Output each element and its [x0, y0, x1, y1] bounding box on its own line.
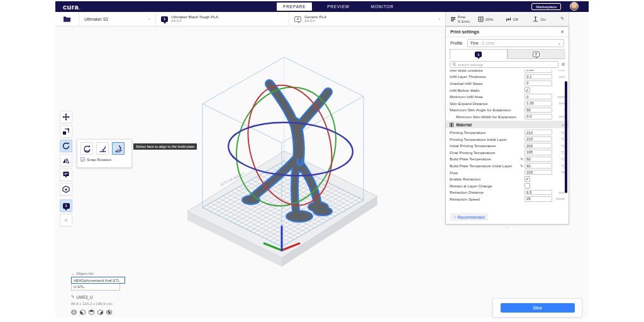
tab-prepare[interactable]: PREPARE [277, 3, 312, 11]
setting-value-input[interactable]: 90 [525, 108, 552, 113]
extruder-select-button[interactable]: 1 [60, 199, 72, 212]
setting-row[interactable]: Build Plate Temperature ✎ 60 °C [446, 156, 569, 163]
setting-row[interactable]: Infill Layer Thickness 0.1 mm [446, 74, 569, 80]
settings-list[interactable]: Infill Wipe Distance 0.04 mm Infill Laye… [446, 70, 569, 207]
user-avatar[interactable] [570, 2, 579, 11]
setting-value-input[interactable]: 210 [525, 136, 552, 142]
view-3d-button[interactable] [71, 309, 77, 315]
move-tool-button[interactable] [60, 111, 72, 123]
setting-row[interactable]: Retraction Distance 6.5 mm [446, 189, 569, 196]
setting-value-input[interactable]: 0 [525, 94, 552, 99]
summary-infill-label: 20% [486, 17, 493, 21]
material-section-header[interactable]: Material ⌄ [446, 121, 569, 129]
snap-rotation-row[interactable]: ✓ Snap Rotation [80, 157, 128, 162]
reset-rotation-button[interactable] [80, 142, 93, 155]
printer-selector[interactable]: Ultimaker S3 ‹ [79, 12, 156, 26]
slice-button[interactable]: Slice [501, 303, 575, 313]
lay-flat-button[interactable] [96, 142, 109, 155]
setting-value-input[interactable]: 100 [525, 170, 552, 175]
setting-value-input[interactable]: 200 [525, 143, 552, 148]
stage-tabs: PREPARE PREVIEW MONITOR [277, 1, 400, 12]
view-right-button[interactable] [106, 309, 112, 315]
setting-row[interactable]: Printing Temperature 210 °C [446, 129, 569, 136]
setting-value-input[interactable]: 1.25 [525, 101, 552, 106]
setting-row[interactable]: Initial Printing Temperature 200 °C [446, 142, 569, 149]
setting-row[interactable]: Enable Retraction ✓ [446, 175, 569, 182]
setting-value-input[interactable]: 0.1 [525, 74, 552, 80]
extruder-2-tab[interactable]: 2 [508, 49, 565, 59]
object-list-header[interactable]: ⌄ Object list [71, 271, 140, 275]
object-list-item[interactable]: U.STL [71, 284, 120, 291]
setting-value-input[interactable]: 60 [525, 157, 552, 162]
mirror-tool-button[interactable] [60, 154, 72, 167]
per-model-settings-button[interactable] [60, 169, 72, 181]
extruder-1-nozzle: AA 0.4 [171, 19, 218, 23]
setting-row[interactable]: Flow 100 % [446, 169, 569, 176]
object-list-item[interactable]: HEADphonestand final.STL [71, 277, 125, 284]
setting-value-input[interactable]: 25 [525, 196, 552, 202]
setting-value-input[interactable]: 0.04 [525, 70, 552, 73]
marketplace-button[interactable]: Marketplace [531, 3, 561, 10]
summary-support-label: Off [513, 17, 518, 21]
cura-logo: cura. [63, 1, 81, 12]
print-settings-header: Print settings ✕ [446, 27, 569, 37]
setting-value-input[interactable]: 0 [525, 80, 552, 86]
setting-row[interactable]: Final Printing Temperature 195 °C [446, 149, 569, 156]
setting-row[interactable]: Retract at Layer Change [446, 182, 569, 189]
search-box[interactable] [450, 61, 558, 68]
support-icon [506, 16, 511, 22]
edit-settings-icon[interactable]: ✎ [560, 16, 564, 21]
extruder-2-tab-icon: 2 [533, 52, 540, 57]
recommended-button[interactable]: ‹ Recommended [450, 213, 488, 221]
chevron-left-icon: ‹ [145, 16, 150, 22]
setting-value-input[interactable]: 195 [525, 150, 552, 155]
model-logo: U [297, 157, 304, 167]
tab-monitor[interactable]: MONITOR [365, 3, 400, 11]
link-icon: ✎ [520, 164, 523, 168]
setting-value-input[interactable]: 60 [525, 163, 552, 169]
setting-row[interactable]: Skin Expand Distance 1.25 mm [446, 100, 569, 107]
open-file-button[interactable] [55, 12, 79, 26]
setting-row[interactable]: Minimum Skin Width for Expansion 0.0 mm [446, 113, 569, 120]
print-settings-title: Print settings [450, 29, 479, 35]
rotate-tool-button[interactable] [60, 140, 72, 152]
setting-checkbox[interactable] [525, 183, 530, 189]
settings-scrollbar[interactable] [565, 81, 567, 193]
setting-value-input[interactable]: 0.0 [525, 114, 552, 119]
link-icon: ✎ [520, 157, 523, 161]
setting-checkbox[interactable]: ✓ [525, 176, 530, 182]
setting-row[interactable]: Build Plate Temperature Initial Layer ✎ … [446, 162, 569, 169]
setting-row[interactable]: Retraction Speed 25 mm/s [446, 196, 569, 203]
setting-value-input[interactable]: 6.5 [525, 190, 552, 196]
extruder-1-selector[interactable]: 1 Ultimaker Black Tough PLA AA 0.4 [156, 12, 289, 26]
settings-menu-icon[interactable]: ≡ [562, 62, 565, 67]
view-top-button[interactable] [89, 309, 94, 315]
setting-row[interactable]: Printing Temperature Initial Layer 210 °… [446, 136, 569, 143]
select-face-button[interactable] [112, 142, 125, 155]
project-name-row[interactable]: ✎ UMS3_U [71, 294, 140, 299]
view-front-button[interactable] [80, 309, 86, 315]
view-left-button[interactable] [97, 309, 103, 315]
setting-row[interactable]: Infill Before Walls ✓ [446, 87, 569, 94]
scale-tool-button[interactable] [60, 125, 72, 138]
profile-label: Profile [450, 41, 462, 45]
setting-value-input[interactable]: 210 [525, 130, 552, 135]
setting-row[interactable]: Minimum Infill Area 0 mm² [446, 93, 569, 100]
close-icon[interactable]: ✕ [560, 30, 564, 35]
search-row: ≡ [446, 59, 569, 70]
extruder-2-selector[interactable]: 2 Generic PLA AA 0.4 ‹ [289, 12, 445, 26]
search-settings-input[interactable] [458, 63, 556, 67]
setting-checkbox[interactable]: ✓ [525, 87, 530, 93]
profile-dropdown[interactable]: Fine - 0.1mm ⌄ [467, 39, 564, 47]
deselect-button[interactable]: ✕ [60, 214, 72, 226]
extruder-1-tab-icon: 1 [475, 52, 482, 57]
extruder-1-tab[interactable]: 1 [450, 49, 508, 59]
setting-row[interactable]: Gradual Infill Steps 0 [446, 80, 569, 87]
tab-preview[interactable]: PREVIEW [321, 3, 356, 11]
setting-label: Retraction Distance [450, 190, 525, 194]
print-settings-summary[interactable]: Fine 0.1mm 20% Off On ✎ [445, 12, 569, 26]
setting-row[interactable]: Maximum Skin Angle for Expansion 90 ° [446, 107, 569, 114]
support-blocker-button[interactable] [60, 183, 72, 196]
snap-rotation-checkbox[interactable]: ✓ [80, 157, 85, 162]
panel-resize-handle[interactable]: ⋯ [445, 225, 569, 230]
